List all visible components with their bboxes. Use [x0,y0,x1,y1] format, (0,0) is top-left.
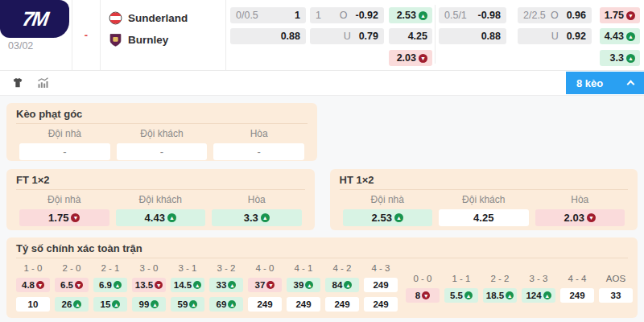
away-team[interactable]: Burnley [109,33,225,47]
odds-column: Đội nhà 1.75 [16,194,113,226]
odds-column: Đội nhà 2.53 [340,194,436,226]
trend-icon [464,291,473,299]
score-odds-cell[interactable]: 69 [209,297,243,312]
column-header: Đội khách [113,194,209,205]
score-column: 2 - 2 18.5 [483,274,517,316]
score-label: 4 - 0 [248,263,282,275]
score-column: 1 - 0 4.8 10 [16,263,50,316]
correct-score-body: 1 - 0 4.8 10 2 - 0 6.5 [16,263,628,316]
trend-icon [189,300,197,308]
score-label: 0 - 0 [406,274,440,285]
score-odds-cell[interactable]: 8 [406,288,440,303]
column-header: Hòa [210,128,308,139]
ht-total-under-odds[interactable]: U 0.79 [310,28,384,44]
score-label: 1 - 0 [16,263,50,275]
burnley-crest-icon [109,33,122,47]
odds-column: Đội khách 4.43 [113,194,209,226]
score-label: 2 - 1 [93,263,127,275]
column-header: Đội nhà [16,194,113,205]
stats-chart-icon[interactable] [36,76,50,89]
ht-1x2-away-odds[interactable]: 4.25 [389,28,432,44]
score-odds-cell[interactable]: 39 [287,278,320,292]
chevron-up-icon [627,80,635,89]
ht-odds-cell[interactable]: 2.53 [343,209,433,226]
ft-total-under-odds[interactable]: U 0.92 [518,28,592,44]
odds-column: Hòa 3.3 [208,194,305,226]
ft-ht-row: FT 1×2 Đội nhà 1.75 Đội khách [6,169,638,230]
column-header: Hòa [532,194,629,205]
score-odds-cell[interactable]: 33 [599,288,633,303]
corner-odds-cell[interactable]: - [19,143,110,160]
corner-odds-cell[interactable]: - [213,143,304,160]
score-odds-cell[interactable]: 5.5 [444,288,478,303]
score-odds-cell[interactable]: 10 [16,297,50,312]
score-odds-cell[interactable]: 6.5 [55,278,89,292]
betting-odds-page: 7M 03/02 - Sunderland [0,0,644,322]
trend-icon [228,281,236,289]
score-odds-cell[interactable]: 249 [364,297,398,312]
score-odds-cell[interactable]: 84 [325,278,359,292]
trend-icon [73,300,81,308]
score-odds-cell[interactable]: 13.5 [132,278,166,292]
ft-1x2-home-odds[interactable]: 1.75 [600,7,640,23]
ft-odds-cell[interactable]: 1.75 [19,209,109,226]
score-odds-cell[interactable]: 249 [287,297,320,312]
score-column: AOS 33 [599,274,633,316]
score-odds-cell[interactable]: 33 [209,278,243,292]
score-odds-cell[interactable]: 249 [560,288,594,303]
score-odds-cell[interactable]: 14.5 [171,278,204,292]
ft-handicap-home-odds[interactable]: 0.5/1 -0.98 [439,7,506,23]
correct-score-panel: Tỷ số chính xác toàn trận 1 - 0 4.8 10 [6,237,638,318]
score-label: 3 - 0 [132,263,166,275]
score-column: 4 - 0 37 249 [248,263,282,316]
score-column: 3 - 3 124 [522,274,555,316]
score-odds-cell[interactable]: 15 [93,297,127,312]
odds-column: Hòa - [210,128,308,160]
ht-total-over-odds[interactable]: 1 O -0.92 [310,7,384,23]
score-odds-cell[interactable]: 4.8 [16,278,50,292]
ht-handicap-home-odds[interactable]: 0/0.5 1 [230,7,306,23]
score-label: 4 - 4 [560,274,594,285]
ft-handicap-away-odds[interactable]: 0.88 [439,28,506,44]
ht-handicap-away-odds[interactable]: 0.88 [230,28,306,44]
score-odds-cell[interactable]: 26 [55,297,89,312]
score-label: 1 - 1 [444,274,478,285]
column-header: Hòa [208,194,305,205]
score-odds-cell[interactable]: 249 [248,297,282,312]
score-odds-cell[interactable]: 249 [325,297,359,312]
score-odds-cell[interactable]: 18.5 [483,288,517,303]
7m-logo[interactable]: 7M [0,0,69,38]
corner-odds-cell[interactable]: - [117,143,208,160]
ht-odds-cell[interactable]: 2.03 [535,209,625,226]
trend-icon [167,213,176,222]
ft-1x2-draw-odds[interactable]: 3.3 [600,50,640,66]
status-column: - [72,0,101,70]
score-label: 3 - 3 [522,274,555,285]
trend-icon [261,213,270,222]
score-odds-cell[interactable]: 99 [132,297,166,312]
corner-odds-panel: Kèo phạt góc Đội nhà - Đội khách - [6,103,317,161]
score-column: 0 - 0 8 [406,274,440,316]
trend-icon [626,54,635,63]
ft-1x2-away-odds[interactable]: 4.43 [600,28,640,44]
ft-odds-cell[interactable]: 3.3 [212,209,302,226]
score-odds-cell[interactable]: 6.9 [93,278,127,292]
odds-area: 0/0.5 1 1 O -0.92 2.53 0.5/1 -0.98 2/2.5 [226,0,644,70]
trend-icon [419,11,427,20]
home-team[interactable]: Sunderland [109,11,225,25]
ft-odds-cell[interactable]: 4.43 [116,209,206,226]
ht-1x2-draw-odds[interactable]: 2.03 [389,50,432,66]
score-odds-cell[interactable]: 37 [248,278,282,292]
bets-count-button[interactable]: 8 kèo [566,72,644,94]
ft-1x2-panel: FT 1×2 Đội nhà 1.75 Đội khách [6,169,315,230]
score-odds-cell[interactable]: 249 [364,278,398,292]
score-column: 2 - 1 6.9 15 [93,263,127,316]
jersey-icon[interactable] [11,76,24,89]
score-column: 3 - 0 13.5 99 [132,263,166,316]
ft-total-over-odds[interactable]: 2/2.5 O 0.96 [518,7,592,23]
ht-odds-cell[interactable]: 4.25 [439,209,529,226]
match-odds-row: 7M 03/02 - Sunderland [0,0,644,71]
score-odds-cell[interactable]: 124 [522,288,555,303]
ht-1x2-home-odds[interactable]: 2.53 [389,7,432,23]
score-odds-cell[interactable]: 59 [171,297,204,312]
